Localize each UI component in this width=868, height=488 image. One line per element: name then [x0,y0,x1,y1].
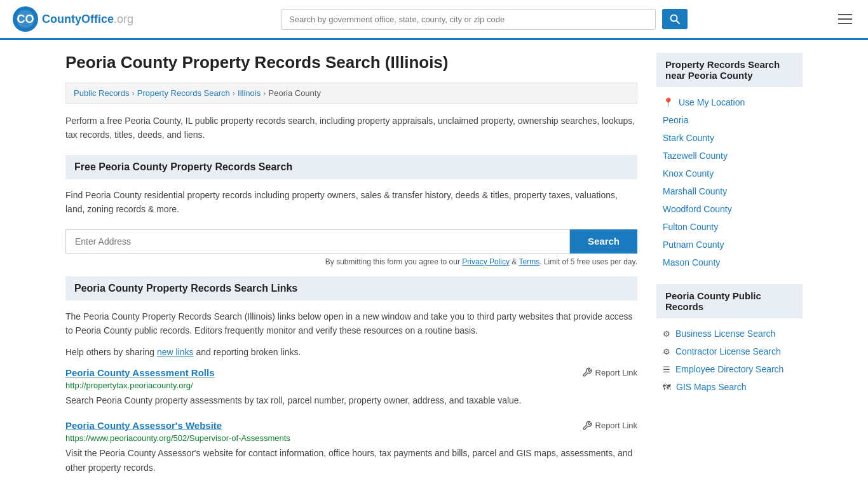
sidebar-item-gis-maps[interactable]: 🗺 GIS Maps Search [656,378,803,396]
sidebar-item-contractor-license[interactable]: ⚙ Contractor License Search [656,342,803,360]
sidebar-nearby-section: Property Records Search near Peoria Coun… [656,53,803,271]
breadcrumb-sep: › [263,88,266,98]
sidebar-item-knox[interactable]: Knox County [656,165,803,182]
help-text: Help others by sharing new links and rep… [65,345,637,359]
sidebar-item-putnam[interactable]: Putnam County [656,236,803,254]
logo-icon: CO [13,6,38,32]
help-prefix: Help others by sharing [65,347,154,357]
peoria-link[interactable]: Peoria [663,115,688,125]
marshall-county-link[interactable]: Marshall County [663,186,727,196]
sidebar-item-stark[interactable]: Stark County [656,129,803,147]
resource-title-row-1: Peoria County Assessor's Website Report … [65,420,637,431]
use-my-location-link[interactable]: Use My Location [679,97,745,107]
page-title: Peoria County Property Records Search (I… [65,53,637,72]
free-search-section-header: Free Peoria County Property Records Sear… [65,155,637,179]
list-icon: ☰ [663,365,670,374]
breadcrumb: Public Records › Property Records Search… [65,83,637,104]
hamburger-menu-button[interactable] [835,11,855,27]
resource-url-0: http://propertytax.peoriacounty.org/ [65,381,637,390]
page-description: Perform a free Peoria County, IL public … [65,114,637,142]
map-icon: 🗺 [663,383,671,392]
sidebar-item-business-license[interactable]: ⚙ Business License Search [656,325,803,342]
content-area: Peoria County Property Records Search (I… [65,53,637,487]
breadcrumb-sep: › [132,88,134,98]
contractor-license-search-link[interactable]: Contractor License Search [675,346,781,356]
resource-url-1: https://www.peoriacounty.org/502/Supervi… [65,433,637,443]
search-icon [670,14,680,24]
address-search-button[interactable]: Search [570,229,637,254]
breadcrumb-sep: › [233,88,235,98]
logo: CO CountyOffice.org [13,6,133,32]
sidebar-public-records-header: Peoria County Public Records [656,284,803,318]
links-section-description: The Peoria County Property Records Searc… [65,309,637,338]
employee-directory-search-link[interactable]: Employee Directory Search [675,364,783,374]
address-search-area: Search By submitting this form you agree… [65,229,637,266]
report-text: and reporting broken links. [196,347,301,357]
terms-prefix: By submitting this form you agree to our [325,257,460,266]
business-license-search-link[interactable]: Business License Search [675,329,775,339]
sidebar: Property Records Search near Peoria Coun… [656,53,803,487]
wrench-icon [582,367,592,377]
report-link-button-0[interactable]: Report Link [582,367,637,377]
search-terms: By submitting this form you agree to our… [65,257,637,266]
terms-link[interactable]: Terms [519,257,539,266]
header-search-button[interactable] [662,9,688,29]
sidebar-item-tazewell[interactable]: Tazewell County [656,147,803,165]
site-header: CO CountyOffice.org [0,0,868,40]
hamburger-line [838,14,852,15]
svg-text:CO: CO [17,13,34,25]
sidebar-public-records-section: Peoria County Public Records ⚙ Business … [656,284,803,396]
report-link-button-1[interactable]: Report Link [582,421,637,431]
location-icon: 📍 [663,97,674,107]
header-search-input[interactable] [281,9,656,30]
new-links-link[interactable]: new links [157,347,194,357]
resource-desc-0: Search Peoria County property assessment… [65,393,637,407]
sidebar-item-peoria[interactable]: Peoria [656,111,803,129]
breadcrumb-public-records[interactable]: Public Records [74,88,129,98]
stark-county-link[interactable]: Stark County [663,133,714,143]
main-container: Peoria County Property Records Search (I… [53,40,815,488]
breadcrumb-current: Peoria County [269,88,321,98]
knox-county-link[interactable]: Knox County [663,168,714,179]
svg-line-4 [677,21,680,24]
privacy-policy-link[interactable]: Privacy Policy [462,257,510,266]
logo-text: CountyOffice.org [42,13,133,26]
sidebar-item-marshall[interactable]: Marshall County [656,182,803,200]
free-search-description: Find Peoria County residential property … [65,188,637,217]
address-input[interactable] [65,229,570,254]
tazewell-county-link[interactable]: Tazewell County [663,151,728,161]
settings-icon-1: ⚙ [663,347,670,356]
sidebar-item-employee-directory[interactable]: ☰ Employee Directory Search [656,360,803,378]
woodford-county-link[interactable]: Woodford County [663,204,732,214]
sidebar-use-location[interactable]: 📍 Use My Location [656,93,803,111]
resource-desc-1: Visit the Peoria County Assessor's websi… [65,446,637,475]
wrench-icon-2 [582,421,592,431]
logo-suffix: .org [114,13,133,25]
breadcrumb-illinois[interactable]: Illinois [238,88,261,98]
resource-title-1[interactable]: Peoria County Assessor's Website [65,420,222,431]
sidebar-item-mason[interactable]: Mason County [656,254,803,271]
report-label-0: Report Link [595,368,637,377]
settings-icon-0: ⚙ [663,329,670,339]
search-row: Search [65,229,637,254]
limit-text: . Limit of 5 free uses per day. [539,257,637,266]
resource-title-0[interactable]: Peoria County Assessment Rolls [65,367,215,378]
sidebar-nearby-header: Property Records Search near Peoria Coun… [656,53,803,87]
breadcrumb-property-records-search[interactable]: Property Records Search [137,88,230,98]
sidebar-item-woodford[interactable]: Woodford County [656,200,803,218]
hamburger-line [838,23,852,24]
resource-item-0: Peoria County Assessment Rolls Report Li… [65,367,637,407]
report-label-1: Report Link [595,421,637,430]
sidebar-item-fulton[interactable]: Fulton County [656,218,803,236]
header-search-area [281,9,688,30]
fulton-county-link[interactable]: Fulton County [663,222,718,232]
gis-maps-search-link[interactable]: GIS Maps Search [676,382,747,392]
resource-title-row: Peoria County Assessment Rolls Report Li… [65,367,637,378]
mason-county-link[interactable]: Mason County [663,257,720,268]
links-section-header: Peoria County Property Records Search Li… [65,276,637,301]
resource-item-1: Peoria County Assessor's Website Report … [65,420,637,475]
hamburger-line [838,18,852,20]
putnam-county-link[interactable]: Putnam County [663,240,724,250]
logo-brand: CountyOffice [42,13,114,25]
